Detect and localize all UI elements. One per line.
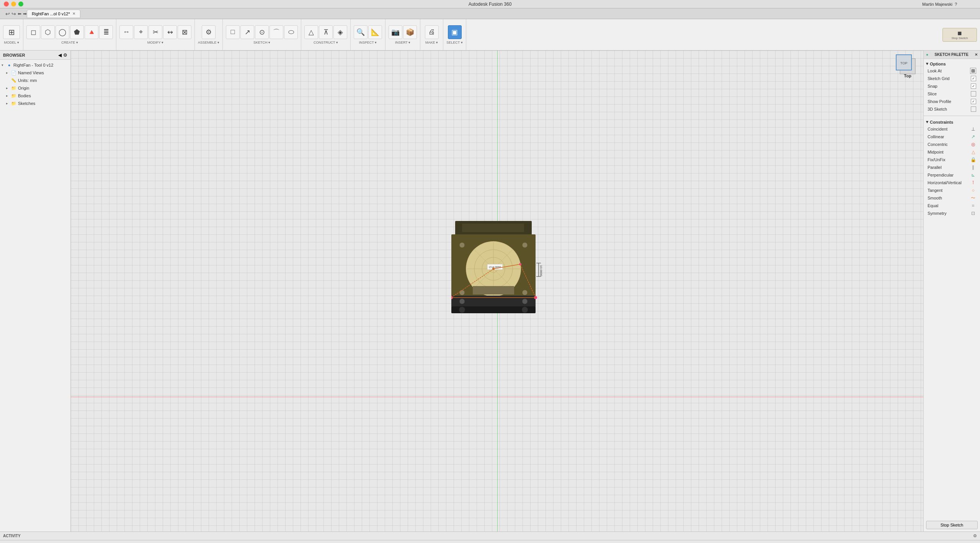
options-label: Options (930, 62, 946, 66)
create-btn-3[interactable]: ◯ (56, 25, 69, 39)
constraint-perpendicular[interactable]: Perpendicular ⊾ (926, 171, 978, 179)
help-icon[interactable]: ? (955, 2, 957, 7)
option-3d-sketch: 3D Sketch (926, 105, 978, 113)
sketch-btn-3[interactable]: ⊙ (255, 25, 269, 39)
tree-sketches[interactable]: ▸ 📁 Sketches (0, 100, 70, 107)
create-btn-5[interactable]: 🔺 (85, 25, 98, 39)
insert-btn-1[interactable]: 📷 (389, 25, 402, 39)
close-button[interactable] (4, 2, 9, 7)
inspect-btn-1[interactable]: 🔍 (354, 25, 368, 39)
tab-label: RightFan ...ol 0 v12* (32, 11, 70, 16)
3d-sketch-check[interactable] (971, 106, 976, 112)
activity-settings[interactable]: ⚙ (973, 533, 977, 538)
constraint-parallel[interactable]: Parallel ∥ (926, 164, 978, 171)
show-profile-check[interactable] (971, 99, 976, 104)
create-btn-4[interactable]: ⬟ (70, 25, 84, 39)
modify-btn-4[interactable]: ↭ (163, 25, 177, 39)
browser-tree: ▾ ● RightFan - Tool 0 v12 ▸ 📄 Named View… (0, 60, 70, 532)
tree-root[interactable]: ▾ ● RightFan - Tool 0 v12 (0, 61, 70, 69)
construct-btn-1[interactable]: △ (304, 25, 318, 39)
options-arrow: ▾ (926, 61, 928, 66)
assemble-label: ASSEMBLE ▾ (198, 41, 219, 44)
slice-check[interactable] (971, 91, 976, 96)
constraint-symmetry[interactable]: Symmetry ⊡ (926, 209, 978, 217)
sketch-palette-title: SKETCH PALETTE (934, 52, 969, 57)
modify-btn-3[interactable]: ✂ (149, 25, 162, 39)
horizontal-vertical-icon: ⊺ (970, 180, 976, 186)
tree-units[interactable]: 📏 Units: mm (0, 77, 70, 84)
option-slice: Slice (926, 90, 978, 98)
modify-btn-5[interactable]: ⊠ (178, 25, 191, 39)
toolbar-insert-group: 📷 📦 INSERT ▾ (385, 19, 420, 50)
model-label: MODEL ▾ (4, 41, 19, 44)
browser-expand-icon[interactable]: ◀ (58, 52, 62, 58)
sketch-btn-2[interactable]: ↗ (240, 25, 254, 39)
tree-label-origin: Origin (18, 86, 29, 90)
constraint-coincident[interactable]: Coincident ⊥ (926, 125, 978, 133)
symmetry-label: Symmetry (928, 211, 947, 216)
concentric-icon: ◎ (970, 141, 976, 147)
maximize-button[interactable] (18, 2, 23, 7)
constraint-collinear[interactable]: Collinear ↗ (926, 133, 978, 141)
browser-settings-icon[interactable]: ⚙ (63, 52, 67, 58)
tabbar: ↩ ↪ ⬅ ➡ RightFan ...ol 0 v12* ✕ (0, 8, 980, 19)
constraint-midpoint[interactable]: Midpoint △ (926, 148, 978, 156)
make-btn[interactable]: 🖨 (425, 25, 439, 39)
undo-button-2[interactable]: ⬅ (18, 11, 21, 16)
snap-check[interactable] (971, 83, 976, 89)
stop-sketch-btn[interactable]: ◼ Stop Sketch (942, 28, 977, 42)
sketch-btn-4[interactable]: ⌒ (270, 25, 283, 39)
app-title: Autodesk Fusion 360 (469, 2, 512, 7)
svg-point-14 (459, 290, 465, 295)
constraint-equal[interactable]: Equal = (926, 202, 978, 209)
toolbar-inspect-group: 🔍 📐 INSPECT ▾ (351, 19, 385, 50)
select-btn[interactable]: ▣ (448, 25, 462, 39)
sketch-btn-5[interactable]: ⬭ (284, 25, 298, 39)
active-tab[interactable]: RightFan ...ol 0 v12* ✕ (27, 10, 80, 18)
constraint-tangent[interactable]: Tangent ○ (926, 186, 978, 194)
sketch-label: SKETCH ▾ (253, 41, 270, 44)
construct-btn-3[interactable]: ◈ (333, 25, 347, 39)
sketch-grid-check[interactable] (971, 76, 976, 81)
constraint-concentric[interactable]: Concentric ◎ (926, 141, 978, 148)
insert-btn-2[interactable]: 📦 (403, 25, 417, 39)
create-btn-6[interactable]: ≣ (99, 25, 113, 39)
stop-sketch-palette-btn[interactable]: Stop Sketch (926, 521, 978, 529)
options-title[interactable]: ▾ Options (926, 61, 978, 67)
create-btn-1[interactable]: ◻ (26, 25, 40, 39)
sketch-palette-close[interactable]: ✕ (975, 52, 978, 57)
tree-label-bodies: Bodies (18, 93, 31, 98)
minimize-button[interactable] (11, 2, 16, 7)
model-button[interactable]: ⊞ (3, 25, 20, 39)
browser-label: BROWSER (3, 53, 25, 57)
collinear-icon: ↗ (970, 134, 976, 140)
toolbar: ⊞ MODEL ▾ ◻ ⬡ ◯ ⬟ 🔺 ≣ CREATE ▾ ↔ ⌖ ✂ ↭ ⊠… (0, 19, 980, 51)
tree-origin[interactable]: ▸ 📁 Origin (0, 84, 70, 92)
user-info: Martin Majewski ? (922, 2, 957, 7)
tree-named-views[interactable]: ▸ 📄 Named Views (0, 69, 70, 77)
view-cube[interactable]: TOP Top (894, 53, 921, 80)
canvas-area[interactable]: 10.0000 ∅14.0000 (71, 51, 923, 532)
sketch-btn-1[interactable]: □ (226, 25, 240, 39)
undo-redo: ↩ ↪ ⬅ ➡ (5, 11, 27, 17)
look-at-icon[interactable]: ⊞ (970, 68, 976, 74)
assemble-btn[interactable]: ⚙ (202, 25, 216, 39)
inspect-btn-2[interactable]: 📐 (368, 25, 382, 39)
undo-button[interactable]: ↩ (5, 11, 10, 17)
tree-bodies[interactable]: ▸ 📁 Bodies (0, 92, 70, 100)
tree-label-units: Units: mm (18, 78, 37, 83)
construct-btn-2[interactable]: ⊼ (319, 25, 333, 39)
tab-close-button[interactable]: ✕ (72, 11, 75, 16)
constraint-horizontal-vertical[interactable]: Horizontal/Vertical ⊺ (926, 179, 978, 186)
modify-btn-1[interactable]: ↔ (119, 25, 133, 39)
redo-button-2[interactable]: ➡ (23, 11, 27, 16)
svg-point-12 (459, 242, 465, 248)
constraints-label: Constraints (930, 120, 953, 124)
create-btn-2[interactable]: ⬡ (41, 25, 55, 39)
constraints-title[interactable]: ▾ Constraints (926, 119, 978, 125)
constraint-fix-unfix[interactable]: Fix/UnFix 🔒 (926, 156, 978, 164)
collinear-label: Collinear (928, 134, 944, 139)
modify-btn-2[interactable]: ⌖ (134, 25, 148, 39)
constraint-smooth[interactable]: Smooth 〜 (926, 194, 978, 202)
redo-button[interactable]: ↪ (11, 11, 16, 17)
